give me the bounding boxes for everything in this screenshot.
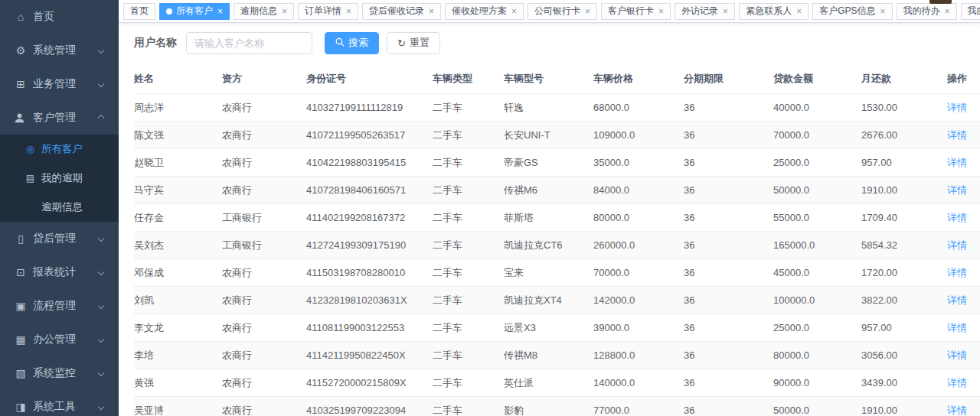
cell-vehicle_type: 二手车: [433, 397, 504, 416]
close-icon[interactable]: ×: [880, 7, 885, 16]
detail-link[interactable]: 详情: [947, 212, 967, 223]
tab-我的流程[interactable]: 我的流程×: [961, 3, 980, 20]
detail-link[interactable]: 详情: [947, 129, 967, 141]
table-row: 周志洋农商行410327199111112819二手车轩逸68000.03640…: [134, 94, 980, 122]
report-icon: ⊡: [14, 267, 28, 278]
active-dot: [166, 8, 172, 15]
detail-link[interactable]: 详情: [947, 157, 967, 168]
search-button-label: 搜索: [348, 36, 368, 50]
sidebar-item-all-customers[interactable]: ◎所有客户: [0, 135, 119, 164]
close-icon[interactable]: ×: [429, 7, 434, 16]
cell-id_card: 41152720000215809X: [306, 369, 433, 397]
close-icon[interactable]: ×: [282, 7, 287, 16]
tab-外访记录[interactable]: 外访记录×: [675, 3, 735, 20]
reset-button[interactable]: ↻ 重置: [387, 32, 440, 54]
cell-funder: 农商行: [222, 287, 306, 314]
cell-id_card: 411402199208167372: [306, 204, 433, 232]
tab-首页[interactable]: 首页: [123, 3, 155, 20]
cell-action: 详情: [947, 149, 980, 177]
detail-link[interactable]: 详情: [947, 349, 967, 361]
cell-vehicle_type: 二手车: [433, 314, 504, 342]
sidebar-item-label: 首页: [33, 10, 54, 24]
close-icon[interactable]: ×: [585, 7, 590, 16]
cell-model: 凯迪拉克XT4: [504, 287, 593, 314]
cell-id_card: 41232819810203631X: [306, 287, 433, 314]
sidebar-item-system-tools[interactable]: ◨系统工具: [0, 390, 119, 416]
home-icon: ⌂: [14, 11, 28, 22]
cell-name: 邓保成: [134, 259, 222, 287]
sidebar-item-system-mgmt[interactable]: ⚙系统管理: [0, 34, 119, 67]
sidebar-item-loan-mgmt[interactable]: ▯贷后管理: [0, 222, 119, 255]
sidebar-item-system-monitor[interactable]: ▧系统监控: [0, 356, 119, 390]
sidebar-item-business-mgmt[interactable]: ⊞业务管理: [0, 67, 119, 101]
cell-name: 任存金: [134, 204, 222, 232]
search-label: 用户名称: [134, 36, 177, 50]
close-icon[interactable]: ×: [723, 7, 728, 16]
tab-我的待办[interactable]: 我的待办×: [897, 3, 957, 20]
chevron-down-icon: [98, 370, 104, 376]
tab-所有客户[interactable]: 所有客户×: [159, 3, 230, 20]
business-icon: ⊞: [14, 79, 28, 89]
cell-funder: 农商行: [222, 397, 306, 416]
cell-name: 李培: [134, 342, 222, 369]
sidebar-item-process-mgmt[interactable]: ▣流程管理: [0, 289, 119, 323]
detail-link[interactable]: 详情: [947, 377, 967, 388]
detail-link[interactable]: 详情: [947, 239, 967, 251]
sidebar-item-overdue-info[interactable]: 逾期信息: [0, 193, 119, 222]
cell-funder: 农商行: [222, 314, 306, 342]
cell-monthly: 3439.00: [861, 369, 947, 397]
close-icon[interactable]: ×: [945, 7, 950, 16]
tab-订单详情[interactable]: 订单详情×: [298, 3, 358, 20]
detail-link[interactable]: 详情: [947, 267, 967, 278]
sidebar-item-office-mgmt[interactable]: ▦办公管理: [0, 323, 119, 356]
sidebar-item-label: 系统监控: [33, 366, 76, 380]
detail-link[interactable]: 详情: [947, 102, 967, 113]
cell-vehicle_type: 二手车: [433, 369, 504, 397]
user-icon: [14, 112, 28, 124]
sidebar-item-report-stats[interactable]: ⊡报表统计: [0, 255, 119, 289]
cell-monthly: 957.00: [861, 149, 947, 177]
detail-link[interactable]: 详情: [947, 294, 967, 306]
cell-term: 36: [684, 94, 773, 122]
column-header: 车辆型号: [504, 64, 593, 94]
close-icon[interactable]: ×: [217, 7, 223, 16]
tab-紧急联系人[interactable]: 紧急联系人×: [739, 3, 808, 20]
cell-name: 赵晓卫: [134, 149, 222, 177]
cell-loan: 80000.0: [773, 342, 861, 369]
cell-id_card: 411503198708280010: [306, 259, 433, 287]
sidebar-item-home[interactable]: ⌂首页: [0, 0, 119, 34]
close-icon[interactable]: ×: [511, 7, 517, 16]
close-icon[interactable]: ×: [346, 7, 351, 16]
cell-monthly: 2676.00: [861, 122, 947, 149]
cell-action: 详情: [947, 122, 980, 149]
detail-link[interactable]: 详情: [947, 184, 967, 196]
customer-name-input[interactable]: [186, 32, 312, 54]
cell-model: 菲斯塔: [504, 204, 593, 232]
detail-link[interactable]: 详情: [947, 322, 967, 333]
chevron-down-icon: [98, 236, 104, 242]
sidebar-item-my-overdue[interactable]: ▤我的逾期: [0, 164, 119, 193]
detail-link[interactable]: 详情: [947, 405, 967, 416]
close-icon[interactable]: ×: [796, 7, 802, 16]
tab-贷后催收记录[interactable]: 贷后催收记录×: [362, 3, 441, 20]
cell-id_card: 410422198803195415: [306, 149, 433, 177]
cell-model: 传祺M6: [504, 177, 593, 204]
cell-id_card: 410728198406160571: [306, 177, 433, 204]
search-button[interactable]: 搜索: [325, 32, 379, 54]
close-icon[interactable]: ×: [658, 7, 664, 16]
cell-model: 传祺M8: [504, 342, 593, 369]
tab-公司银行卡[interactable]: 公司银行卡×: [528, 3, 597, 20]
column-header: 车辆价格: [593, 64, 684, 94]
table-row: 黄强农商行41152720000215809X二手车英仕派140000.0369…: [134, 369, 980, 397]
tab-客户银行卡[interactable]: 客户银行卡×: [601, 3, 671, 20]
tab-label: 客户GPS信息: [819, 5, 875, 18]
sidebar-item-customer-mgmt[interactable]: 客户管理: [0, 101, 119, 135]
cell-term: 36: [684, 342, 773, 369]
tab-逾期信息[interactable]: 逾期信息×: [234, 3, 294, 20]
refresh-icon: ↻: [397, 38, 406, 48]
cell-action: 详情: [947, 369, 980, 397]
tab-label: 我的流程: [968, 5, 980, 18]
tab-催收处理方案[interactable]: 催收处理方案×: [445, 3, 524, 20]
tab-客户GPS信息[interactable]: 客户GPS信息×: [812, 3, 892, 20]
cell-vehicle_type: 二手车: [433, 232, 504, 259]
